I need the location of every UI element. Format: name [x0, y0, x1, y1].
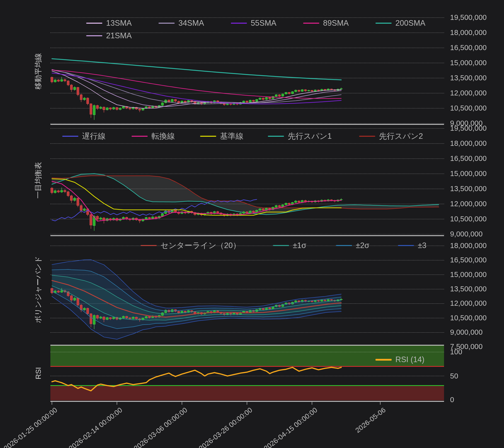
legend-swatch: [141, 245, 157, 246]
legend-swatch: [86, 35, 102, 36]
legend-swatch: [303, 23, 319, 24]
legend-label: 遅行線: [82, 131, 106, 142]
legend-swatch: [86, 23, 102, 24]
legend-label: ±3: [418, 241, 426, 250]
legend-swatch: [375, 23, 392, 24]
y-tick-label: 12,000,000: [450, 200, 487, 208]
legend-label: ±1σ: [293, 241, 306, 250]
y-tick-label: 10,500,000: [450, 215, 487, 223]
legend-item-ichimoku[interactable]: 先行スパン1: [268, 131, 332, 142]
legend-item-ichimoku[interactable]: 転換線: [132, 131, 175, 142]
y-tick-label: 16,500,000: [450, 154, 487, 163]
legend-swatch: [62, 136, 78, 137]
legend-swatch: [231, 23, 247, 24]
y-tick-label: 10,500,000: [450, 314, 487, 322]
legend-item-sma[interactable]: 55SMA: [231, 19, 276, 28]
y-tick-label: 16,500,000: [450, 44, 487, 52]
legend-swatch: [375, 359, 392, 361]
y-tick-label: 13,500,000: [450, 285, 487, 293]
y-tick-label: 18,000,000: [450, 139, 487, 148]
legend-item-sma[interactable]: 200SMA: [375, 19, 425, 28]
legend-item-bollinger[interactable]: ±3: [398, 241, 426, 250]
y-tick-label: 13,500,000: [450, 74, 487, 82]
legend-label: 基準線: [220, 131, 243, 142]
y-tick-label: 0: [450, 396, 454, 404]
legend-label: センターライン（20）: [161, 240, 241, 251]
y-tick-label: 15,000,000: [450, 270, 487, 279]
legend-swatch: [273, 245, 289, 246]
y-tick-label: 15,000,000: [450, 59, 487, 67]
legend-item-sma[interactable]: 89SMA: [303, 19, 349, 28]
y-tick-label: 16,500,000: [450, 256, 487, 264]
technical-chart-page: 移動平均線 一目均衡表 ボリンジャーバンド RSI 19,500,00018,0…: [0, 0, 504, 448]
panel-title-ichimoku: 一目均衡表: [33, 162, 43, 199]
y-tick-label: 15,000,000: [450, 169, 487, 178]
legend-label: 200SMA: [395, 19, 425, 28]
y-tick-label: 18,000,000: [450, 242, 487, 250]
y-tick-label: 100: [450, 348, 462, 356]
panel-title-moving-average: 移動平均線: [33, 53, 43, 90]
legend-label: 55SMA: [251, 19, 276, 28]
y-tick-label: 50: [450, 372, 458, 380]
legend-label: 21SMA: [106, 31, 132, 40]
legend-swatch: [336, 245, 352, 246]
legend-item-sma[interactable]: 34SMA: [159, 19, 204, 28]
legend-item-ichimoku[interactable]: 基準線: [200, 131, 243, 142]
legend-label: 34SMA: [178, 19, 204, 28]
y-tick-label: 13,500,000: [450, 185, 487, 193]
legend-swatch: [159, 23, 175, 24]
legend-label: RSI (14): [395, 355, 424, 364]
legend-label: 転換線: [151, 131, 175, 142]
y-tick-label: 18,000,000: [450, 28, 487, 37]
legend-label: 89SMA: [323, 19, 349, 28]
legend-label: 先行スパン2: [379, 131, 423, 142]
legend-item-ichimoku[interactable]: 先行スパン2: [359, 131, 423, 142]
y-tick-label: 9,000,000: [450, 230, 483, 238]
legend-label: 先行スパン1: [288, 131, 332, 142]
panel-title-bollinger: ボリンジャーバンド: [33, 256, 43, 323]
legend-swatch: [268, 136, 284, 137]
chart-canvas[interactable]: [0, 0, 504, 448]
legend-item-sma[interactable]: 21SMA: [86, 31, 132, 40]
legend-item-sma[interactable]: 13SMA: [86, 19, 132, 28]
legend-swatch: [200, 136, 216, 137]
legend-item-rsi[interactable]: RSI (14): [375, 355, 424, 364]
y-tick-label: 12,000,000: [450, 299, 487, 307]
y-tick-label: 19,500,000: [450, 13, 487, 22]
legend-item-bollinger[interactable]: ±1σ: [273, 241, 306, 250]
y-tick-label: 9,000,000: [450, 328, 483, 336]
legend-item-bollinger[interactable]: ±2σ: [336, 241, 369, 250]
y-tick-label: 19,500,000: [450, 124, 487, 132]
legend-item-ichimoku[interactable]: 遅行線: [62, 131, 106, 142]
legend-swatch: [132, 136, 148, 137]
y-tick-label: 12,000,000: [450, 89, 487, 97]
legend-swatch: [398, 245, 414, 246]
legend-label: ±2σ: [356, 241, 369, 250]
y-tick-label: 10,500,000: [450, 104, 487, 112]
legend-label: 13SMA: [106, 19, 132, 28]
legend-item-bollinger[interactable]: センターライン（20）: [141, 240, 241, 251]
panel-title-rsi: RSI: [34, 367, 43, 379]
legend-swatch: [359, 136, 375, 137]
